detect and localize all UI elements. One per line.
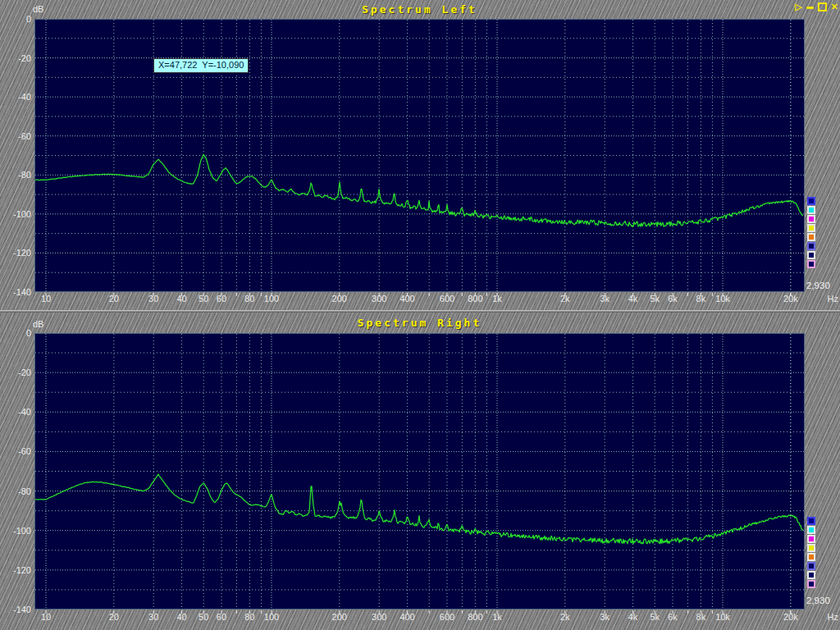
y-axis-unit-db: dB: [33, 4, 43, 14]
trace-slot-5-button[interactable]: [807, 233, 815, 241]
panel-title-left: Spectrum Left: [34, 3, 805, 16]
x-tick-label: 1k: [479, 294, 515, 304]
y-tick-label: -120: [0, 248, 31, 258]
y-tick-label: -20: [0, 53, 31, 63]
trace-slot-6-button[interactable]: [807, 242, 815, 250]
x-tick-label: 10: [28, 612, 64, 622]
y-axis-unit-db: dB: [33, 319, 43, 329]
panel-title-right: Spectrum Right: [34, 317, 805, 329]
y-tick-label: -140: [0, 287, 31, 297]
minimize-icon[interactable]: [806, 7, 814, 9]
y-tick-label: -140: [0, 605, 31, 614]
y-tick-label: 0: [0, 328, 31, 338]
x-axis-unit-hz: Hz: [814, 294, 838, 304]
window-controls: ▷ ✕: [795, 1, 838, 12]
trace-slot-2-button[interactable]: [807, 526, 815, 534]
trace-slot-4-button[interactable]: [807, 224, 815, 232]
y-tick-label: -20: [0, 368, 31, 377]
trace-color-buttons: [807, 517, 819, 589]
y-tick-label: 0: [0, 14, 31, 24]
analyzer-window: { "app": { "controls": [ {"name": "start…: [0, 0, 840, 630]
x-tick-label: 10: [28, 294, 64, 304]
x-tick-label: 20k: [773, 294, 809, 304]
x-tick-label: 100: [253, 612, 290, 622]
x-tick-label: 1k: [479, 612, 515, 622]
x-tick-label: 400: [390, 612, 426, 622]
trace-slot-1-button[interactable]: [807, 197, 815, 205]
spectrum-right-panel: Spectrum Right dB 0-20-40-60-80-100-120-…: [0, 313, 840, 630]
x-tick-label: 20: [96, 294, 132, 304]
trace-slot-4-button[interactable]: [807, 544, 815, 552]
fft-size-value: 2,930: [806, 281, 830, 290]
x-axis-unit-hz: Hz: [814, 612, 838, 622]
x-tick-label: 10k: [705, 294, 741, 304]
x-tick-label: 100: [253, 294, 290, 304]
x-tick-label: 2k: [547, 612, 583, 622]
spectrum-right-plot[interactable]: [34, 333, 805, 614]
spectrum-left-plot[interactable]: [34, 19, 805, 297]
y-tick-label: -80: [0, 486, 31, 496]
y-tick-label: -120: [0, 565, 31, 575]
y-tick-label: -80: [0, 170, 31, 180]
trace-slot-2-button[interactable]: [807, 206, 815, 214]
y-tick-label: -40: [0, 92, 31, 102]
trace-slot-6-button[interactable]: [807, 562, 815, 570]
trace-color-buttons: [807, 197, 819, 269]
trace-slot-8-button[interactable]: [807, 260, 815, 268]
cursor-readout-tooltip: X=47,722 Y=-10,090: [153, 58, 249, 73]
trace-slot-7-button[interactable]: [807, 571, 815, 579]
y-tick-label: -100: [0, 209, 31, 219]
close-icon[interactable]: ✕: [831, 2, 838, 11]
x-tick-label: 10k: [705, 612, 741, 622]
spectrum-left-panel: Spectrum Left ▷ ✕ dB 0-20-40-60-80-100-1…: [0, 0, 840, 311]
y-tick-label: -60: [0, 446, 31, 456]
trace-slot-1-button[interactable]: [807, 517, 815, 525]
x-tick-label: 400: [390, 294, 426, 304]
y-tick-label: -40: [0, 407, 31, 417]
trace-slot-8-button[interactable]: [807, 580, 815, 588]
y-tick-label: -60: [0, 131, 31, 141]
x-tick-label: 200: [322, 294, 358, 304]
maximize-icon[interactable]: [818, 2, 827, 11]
trace-slot-5-button[interactable]: [807, 553, 815, 561]
trace-slot-3-button[interactable]: [807, 215, 815, 223]
x-tick-label: 2k: [547, 294, 583, 304]
y-tick-label: -100: [0, 526, 31, 536]
x-tick-label: 20k: [773, 612, 809, 622]
trace-slot-7-button[interactable]: [807, 251, 815, 259]
x-tick-label: 200: [322, 612, 358, 622]
x-tick-label: 20: [96, 612, 132, 622]
fft-size-value: 2,930: [806, 596, 830, 605]
trace-slot-3-button[interactable]: [807, 535, 815, 543]
start-icon[interactable]: ▷: [795, 2, 801, 11]
